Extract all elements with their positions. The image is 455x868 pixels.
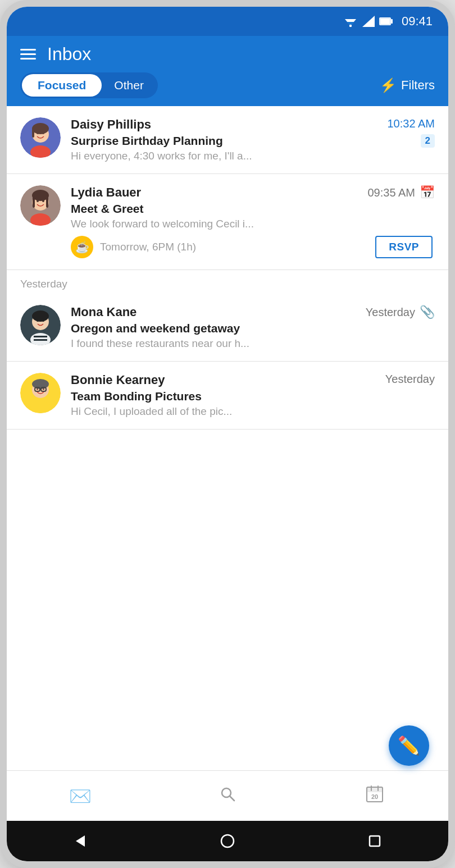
bottom-nav: ✉️ 20	[7, 770, 448, 821]
inbox-title: Inbox	[47, 44, 91, 65]
svg-rect-19	[46, 195, 48, 208]
nav-calendar[interactable]: 20	[301, 771, 448, 821]
event-row-lydia: ☕ Tomorrow, 6PM (1h) RSVP	[20, 236, 435, 258]
svg-point-48	[221, 835, 234, 847]
sender-name-lydia: Lydia Bauer	[71, 185, 141, 200]
home-button[interactable]	[214, 828, 241, 855]
compose-icon: ✏️	[398, 735, 420, 756]
svg-point-39	[43, 389, 44, 390]
event-badge: ☕	[71, 236, 93, 258]
svg-rect-43	[367, 787, 383, 792]
tabs-row: Focused Other ⚡ Filters	[20, 72, 435, 106]
email-list: Daisy Phillips 10:32 AM Surprise Birthda…	[7, 106, 448, 770]
email-item-lydia[interactable]: Lydia Bauer 09:35 AM 📅 Meet & Greet We l…	[7, 174, 448, 270]
email-item-mona[interactable]: Mona Kane Yesterday 📎 Oregon and weekend…	[7, 294, 448, 362]
email-time-daisy: 10:32 AM	[387, 117, 435, 130]
svg-marker-47	[76, 835, 85, 847]
email-content-bonnie: Bonnie Kearney Yesterday Team Bonding Pi…	[71, 373, 435, 418]
event-time: Tomorrow, 6PM (1h)	[100, 241, 196, 253]
email-preview-bonnie: Hi Cecil, I uploaded all of the pic...	[71, 405, 340, 418]
android-nav	[7, 821, 448, 861]
tab-other[interactable]: Other	[102, 74, 156, 97]
email-top-bonnie: Bonnie Kearney Yesterday	[71, 373, 435, 387]
svg-rect-28	[34, 339, 47, 341]
svg-rect-18	[33, 195, 35, 208]
svg-marker-3	[362, 16, 375, 27]
email-subject-bonnie: Team Bonding Pictures	[71, 390, 435, 403]
svg-point-10	[32, 123, 49, 134]
svg-rect-11	[32, 129, 34, 138]
tabs-group: Focused Other	[20, 72, 158, 98]
avatar-bonnie	[20, 373, 61, 413]
email-content-lydia: Lydia Bauer 09:35 AM 📅 Meet & Greet We l…	[71, 185, 435, 230]
subject-text-lydia: Meet & Greet	[71, 202, 144, 216]
sender-name-bonnie: Bonnie Kearney	[71, 373, 165, 387]
svg-rect-49	[370, 836, 380, 846]
email-subject-mona: Oregon and weekend getaway	[71, 322, 435, 335]
battery-icon	[379, 16, 393, 26]
signal-icon	[362, 16, 375, 27]
calendar-icon-lydia: 📅	[420, 185, 435, 200]
email-time-lydia: 09:35 AM	[367, 186, 415, 199]
rsvp-button[interactable]: RSVP	[375, 236, 433, 258]
hamburger-menu-button[interactable]	[20, 49, 36, 60]
svg-rect-7	[380, 19, 390, 25]
sender-name-daisy: Daisy Phillips	[71, 117, 151, 132]
email-preview-daisy: Hi everyone, 4:30 works for me, I'll a..…	[71, 150, 340, 162]
search-nav-icon	[219, 785, 236, 807]
tab-focused[interactable]: Focused	[22, 74, 102, 97]
phone-frame: 09:41 Inbox Focused Other ⚡ Filters	[0, 0, 455, 868]
mail-nav-icon: ✉️	[69, 785, 92, 807]
email-content-daisy: Daisy Phillips 10:32 AM Surprise Birthda…	[71, 117, 435, 162]
attachment-icon-mona: 📎	[420, 305, 435, 319]
svg-rect-5	[391, 19, 393, 24]
email-preview-mona: I found these restaurants near our h...	[71, 337, 340, 350]
status-bar: 09:41	[7, 7, 448, 36]
svg-point-25	[32, 310, 49, 322]
recents-button[interactable]	[361, 828, 388, 855]
status-time: 09:41	[402, 14, 433, 29]
compose-fab[interactable]: ✏️	[389, 725, 429, 766]
status-icons: 09:41	[343, 14, 433, 29]
email-time-mona: Yesterday	[366, 306, 415, 319]
event-left: ☕ Tomorrow, 6PM (1h)	[71, 236, 196, 258]
nav-search[interactable]	[154, 771, 301, 821]
svg-point-33	[32, 379, 49, 389]
back-button[interactable]	[67, 828, 94, 855]
avatar-mona	[20, 305, 61, 345]
svg-point-13	[37, 132, 39, 134]
wifi-icon	[343, 16, 358, 27]
calendar-nav-icon: 20	[366, 785, 384, 807]
filters-label: Filters	[401, 78, 435, 93]
email-time-bonnie: Yesterday	[385, 373, 435, 386]
svg-point-21	[37, 200, 39, 202]
email-preview-lydia: We look forward to welcoming Cecil i...	[71, 218, 340, 230]
app-header: Inbox Focused Other ⚡ Filters	[7, 36, 448, 106]
email-subject-lydia: Meet & Greet	[71, 202, 435, 216]
email-subject-daisy: Surprise Birthday Planning 2	[71, 134, 435, 148]
svg-point-22	[42, 200, 44, 202]
svg-point-2	[349, 25, 352, 27]
subject-text-daisy: Surprise Birthday Planning	[71, 134, 223, 148]
avatar-lydia	[20, 185, 61, 226]
svg-point-29	[37, 319, 39, 322]
filters-button[interactable]: ⚡ Filters	[380, 77, 435, 93]
section-header-yesterday: Yesterday	[7, 270, 448, 294]
nav-mail[interactable]: ✉️	[7, 771, 154, 821]
svg-point-38	[37, 389, 38, 390]
svg-text:20: 20	[371, 793, 378, 800]
svg-line-41	[230, 796, 234, 801]
email-item-daisy[interactable]: Daisy Phillips 10:32 AM Surprise Birthda…	[7, 106, 448, 174]
subject-text-mona: Oregon and weekend getaway	[71, 322, 240, 335]
svg-point-14	[42, 132, 44, 134]
header-row: Inbox	[20, 44, 435, 65]
svg-point-30	[42, 319, 44, 322]
email-top-lydia: Lydia Bauer 09:35 AM 📅	[71, 185, 435, 200]
email-top-daisy: Daisy Phillips 10:32 AM	[71, 117, 435, 132]
badge-count-daisy: 2	[421, 134, 435, 148]
email-item-bonnie[interactable]: Bonnie Kearney Yesterday Team Bonding Pi…	[7, 362, 448, 430]
avatar-daisy	[20, 117, 61, 158]
sender-name-mona: Mona Kane	[71, 305, 136, 319]
svg-rect-27	[34, 336, 47, 337]
subject-text-bonnie: Team Bonding Pictures	[71, 390, 202, 403]
